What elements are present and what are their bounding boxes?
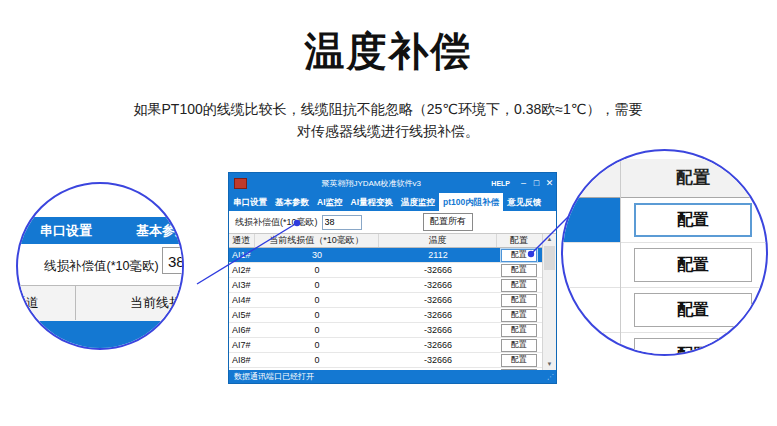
col-header-temperature: 温度 bbox=[379, 234, 497, 247]
cell-config: 配置 bbox=[497, 324, 541, 337]
config-button[interactable]: 配置 bbox=[501, 354, 537, 367]
scroll-down-icon[interactable]: ▼ bbox=[543, 359, 556, 370]
rz-table-row: 配置 bbox=[563, 198, 766, 243]
rz-button-cell: 配置 bbox=[620, 198, 766, 242]
rz-row-slice bbox=[563, 243, 620, 287]
titlebar: 聚英翱翔JYDAM校准软件v3 HELP – □ ✕ bbox=[229, 173, 556, 193]
scroll-up-icon[interactable]: ▲ bbox=[543, 234, 556, 245]
cell-channel: AI7# bbox=[229, 338, 255, 352]
cell-line-loss: 0 bbox=[255, 263, 379, 277]
cell-line-loss: 0 bbox=[255, 293, 379, 307]
lz-compensation-input[interactable]: 38 bbox=[162, 247, 184, 274]
rz-config-header: 配置 bbox=[563, 159, 766, 198]
config-button[interactable]: 配置 bbox=[501, 249, 537, 262]
rz-config-header-label: 配置 bbox=[620, 159, 766, 197]
maximize-button[interactable]: □ bbox=[530, 173, 543, 193]
cell-config: 配置 bbox=[497, 249, 541, 262]
cell-channel: AI8# bbox=[229, 353, 255, 367]
window-tab[interactable]: 温度监控 bbox=[397, 193, 439, 211]
table-row[interactable]: AI4# 0 -32666 配置 bbox=[229, 293, 556, 308]
lz-compensation-value: 38 bbox=[168, 253, 184, 270]
window-tab[interactable]: AI量程变换 bbox=[347, 193, 398, 211]
config-button[interactable]: 配置 bbox=[501, 264, 537, 277]
rz-table-row: 配置 bbox=[563, 288, 766, 333]
channel-table: 通道 当前线损值（*10毫欧） 温度 配置 AI1# 30 2112 配置 AI… bbox=[229, 234, 556, 370]
config-button[interactable]: 配置 bbox=[501, 339, 537, 352]
cell-channel: AI1# bbox=[229, 248, 255, 262]
rz-config-button[interactable]: 配置 bbox=[634, 338, 752, 356]
resize-grip-icon: ⋰ bbox=[547, 370, 554, 383]
cell-temperature: -32666 bbox=[379, 278, 497, 292]
cell-config: 配置 bbox=[497, 354, 541, 367]
lz-tab-basic[interactable]: 基本参数 bbox=[136, 217, 184, 244]
cell-line-loss: 30 bbox=[255, 248, 379, 262]
cell-channel: AI4# bbox=[229, 293, 255, 307]
right-magnifier-circle: 配置 配置 配置 配置 配置 bbox=[561, 149, 768, 356]
config-button[interactable]: 配置 bbox=[501, 279, 537, 292]
cell-config: 配置 bbox=[497, 279, 541, 292]
compensation-input[interactable] bbox=[322, 215, 362, 230]
lz-column-divider bbox=[75, 285, 76, 320]
cell-channel: AI2# bbox=[229, 263, 255, 277]
toolbar: 线损补偿值(*10毫欧) 配置所有 bbox=[229, 211, 556, 234]
description-line-2: 对传感器线缆进行线损补偿。 bbox=[297, 123, 479, 139]
rz-config-button[interactable]: 配置 bbox=[634, 203, 752, 237]
table-row[interactable]: AI7# 0 -32666 配置 bbox=[229, 338, 556, 353]
config-button[interactable]: 配置 bbox=[501, 309, 537, 322]
window-title: 聚英翱翔JYDAM校准软件v3 bbox=[251, 178, 491, 189]
config-button[interactable]: 配置 bbox=[501, 294, 537, 307]
rz-table-row: 配置 bbox=[563, 243, 766, 288]
minimize-button[interactable]: – bbox=[517, 173, 530, 193]
description-line-1: 如果PT100的线缆比较长，线缆阻抗不能忽略（25℃环境下，0.38欧≈1℃），… bbox=[134, 101, 643, 117]
lz-tab-bar: 串口设置 基本参数 bbox=[18, 217, 182, 244]
rz-table-row: 配置 bbox=[563, 333, 766, 356]
page: 温度补偿 如果PT100的线缆比较长，线缆阻抗不能忽略（25℃环境下，0.38欧… bbox=[0, 0, 777, 426]
lz-tab-serial[interactable]: 串口设置 bbox=[40, 217, 92, 244]
table-row[interactable]: AI3# 0 -32666 配置 bbox=[229, 278, 556, 293]
window-tab[interactable]: pt100内阻补偿 bbox=[439, 193, 503, 211]
help-button[interactable]: HELP bbox=[491, 180, 510, 187]
rz-rows: 配置 配置 配置 配置 bbox=[563, 198, 766, 356]
table-header-row: 通道 当前线损值（*10毫欧） 温度 配置 bbox=[229, 234, 556, 248]
window-tab[interactable]: AI监控 bbox=[313, 193, 347, 211]
table-row[interactable]: AI2# 0 -32666 配置 bbox=[229, 263, 556, 278]
col-header-channel: 通道 bbox=[229, 234, 255, 247]
vertical-scrollbar[interactable]: ▲ ▼ bbox=[542, 234, 556, 370]
cell-line-loss: 0 bbox=[255, 278, 379, 292]
cell-line-loss: 0 bbox=[255, 323, 379, 337]
window-tab[interactable]: 串口设置 bbox=[229, 193, 271, 211]
tab-bar: 串口设置基本参数AI监控AI量程变换温度监控pt100内阻补偿意见反馈 bbox=[229, 193, 556, 211]
table-row[interactable]: AI5# 0 -32666 配置 bbox=[229, 308, 556, 323]
page-title: 温度补偿 bbox=[0, 24, 777, 79]
rz-button-cell: 配置 bbox=[620, 333, 766, 356]
close-button[interactable]: ✕ bbox=[543, 173, 556, 193]
col-header-config: 配置 bbox=[497, 234, 541, 247]
left-magnifier-circle: 串口设置 基本参数 线损补偿值(*10毫欧) 38 通道 当前线损值( bbox=[16, 182, 184, 350]
cell-channel: AI6# bbox=[229, 323, 255, 337]
window-tab[interactable]: 基本参数 bbox=[271, 193, 313, 211]
scroll-thumb[interactable] bbox=[544, 246, 555, 270]
window-tab[interactable]: 意见反馈 bbox=[503, 193, 545, 211]
config-button[interactable]: 配置 bbox=[501, 324, 537, 337]
rz-row-slice bbox=[563, 288, 620, 332]
table-row[interactable]: AI1# 30 2112 配置 bbox=[229, 248, 556, 263]
cell-temperature: -32666 bbox=[379, 353, 497, 367]
col-header-line-loss: 当前线损值（*10毫欧） bbox=[255, 234, 379, 247]
status-text: 数据通讯端口已经打开 bbox=[234, 372, 314, 381]
cell-channel: AI5# bbox=[229, 308, 255, 322]
lz-compensation-label: 线损补偿值(*10毫欧) bbox=[44, 258, 159, 275]
table-body: AI1# 30 2112 配置 AI2# 0 -32666 配置 AI3# 0 … bbox=[229, 248, 556, 370]
rz-row-slice bbox=[563, 333, 620, 356]
config-all-button[interactable]: 配置所有 bbox=[423, 213, 473, 231]
rz-config-button[interactable]: 配置 bbox=[634, 293, 752, 327]
cell-config: 配置 bbox=[497, 294, 541, 307]
status-bar: 数据通讯端口已经打开 ⋰ bbox=[229, 370, 556, 383]
cell-temperature: -32666 bbox=[379, 308, 497, 322]
rz-column-divider bbox=[620, 151, 621, 354]
cell-channel: AI3# bbox=[229, 278, 255, 292]
table-row[interactable]: AI8# 0 -32666 配置 bbox=[229, 353, 556, 368]
cell-config: 配置 bbox=[497, 339, 541, 352]
rz-config-button[interactable]: 配置 bbox=[634, 248, 752, 282]
cell-temperature: 2112 bbox=[379, 248, 497, 262]
table-row[interactable]: AI6# 0 -32666 配置 bbox=[229, 323, 556, 338]
